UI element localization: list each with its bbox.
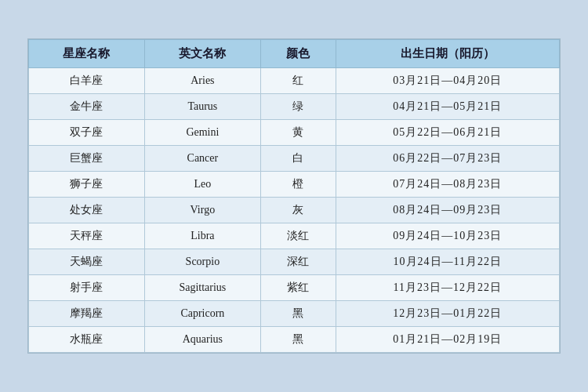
cell-row3-col2: 白	[260, 146, 336, 172]
cell-row8-col1: Sagittarius	[144, 275, 260, 301]
cell-row3-col0: 巨蟹座	[29, 146, 145, 172]
cell-row3-col1: Cancer	[144, 146, 260, 172]
table-row: 白羊座Aries红03月21日—04月20日	[29, 68, 560, 94]
cell-row5-col2: 灰	[260, 198, 336, 223]
cell-row8-col3: 11月23日—12月22日	[336, 275, 559, 301]
cell-row7-col2: 深红	[260, 249, 336, 275]
col-header-english: 英文名称	[144, 40, 260, 68]
cell-row1-col3: 04月21日—05月21日	[336, 94, 559, 120]
zodiac-table-container: 星座名称 英文名称 颜色 出生日期（阳历） 白羊座Aries红03月21日—04…	[27, 38, 561, 354]
cell-row9-col1: Capricorn	[144, 301, 260, 327]
table-row: 金牛座Taurus绿04月21日—05月21日	[29, 94, 560, 120]
cell-row10-col3: 01月21日—02月19日	[336, 327, 559, 353]
cell-row3-col3: 06月22日—07月23日	[336, 146, 559, 172]
table-row: 狮子座Leo橙07月24日—08月23日	[29, 172, 560, 198]
cell-row2-col0: 双子座	[29, 120, 145, 146]
cell-row1-col0: 金牛座	[29, 94, 145, 120]
cell-row5-col0: 处女座	[29, 198, 145, 223]
cell-row8-col0: 射手座	[29, 275, 145, 301]
col-header-color: 颜色	[260, 40, 336, 68]
cell-row9-col3: 12月23日—01月22日	[336, 301, 559, 327]
table-row: 摩羯座Capricorn黑12月23日—01月22日	[29, 301, 560, 327]
cell-row10-col1: Aquarius	[144, 327, 260, 353]
zodiac-table: 星座名称 英文名称 颜色 出生日期（阳历） 白羊座Aries红03月21日—04…	[28, 39, 560, 353]
table-row: 水瓶座Aquarius黑01月21日—02月19日	[29, 327, 560, 353]
cell-row9-col0: 摩羯座	[29, 301, 145, 327]
cell-row1-col2: 绿	[260, 94, 336, 120]
cell-row6-col3: 09月24日—10月23日	[336, 223, 559, 249]
table-row: 射手座Sagittarius紫红11月23日—12月22日	[29, 275, 560, 301]
cell-row2-col1: Gemini	[144, 120, 260, 146]
table-row: 巨蟹座Cancer白06月22日—07月23日	[29, 146, 560, 172]
cell-row4-col3: 07月24日—08月23日	[336, 172, 559, 198]
cell-row2-col3: 05月22日—06月21日	[336, 120, 559, 146]
cell-row6-col0: 天秤座	[29, 223, 145, 249]
cell-row0-col0: 白羊座	[29, 68, 145, 94]
cell-row7-col3: 10月24日—11月22日	[336, 249, 559, 275]
cell-row6-col2: 淡红	[260, 223, 336, 249]
cell-row6-col1: Libra	[144, 223, 260, 249]
cell-row0-col2: 红	[260, 68, 336, 94]
cell-row5-col3: 08月24日—09月23日	[336, 198, 559, 223]
table-row: 处女座Virgo灰08月24日—09月23日	[29, 198, 560, 223]
cell-row4-col2: 橙	[260, 172, 336, 198]
cell-row0-col1: Aries	[144, 68, 260, 94]
cell-row4-col1: Leo	[144, 172, 260, 198]
table-header-row: 星座名称 英文名称 颜色 出生日期（阳历）	[29, 40, 560, 68]
cell-row7-col0: 天蝎座	[29, 249, 145, 275]
cell-row10-col0: 水瓶座	[29, 327, 145, 353]
cell-row9-col2: 黑	[260, 301, 336, 327]
cell-row1-col1: Taurus	[144, 94, 260, 120]
table-row: 天秤座Libra淡红09月24日—10月23日	[29, 223, 560, 249]
table-body: 白羊座Aries红03月21日—04月20日金牛座Taurus绿04月21日—0…	[29, 68, 560, 353]
table-row: 双子座Gemini黄05月22日—06月21日	[29, 120, 560, 146]
cell-row5-col1: Virgo	[144, 198, 260, 223]
cell-row8-col2: 紫红	[260, 275, 336, 301]
table-row: 天蝎座Scorpio深红10月24日—11月22日	[29, 249, 560, 275]
cell-row10-col2: 黑	[260, 327, 336, 353]
col-header-chinese: 星座名称	[29, 40, 145, 68]
cell-row4-col0: 狮子座	[29, 172, 145, 198]
col-header-dates: 出生日期（阳历）	[336, 40, 559, 68]
cell-row0-col3: 03月21日—04月20日	[336, 68, 559, 94]
cell-row7-col1: Scorpio	[144, 249, 260, 275]
cell-row2-col2: 黄	[260, 120, 336, 146]
